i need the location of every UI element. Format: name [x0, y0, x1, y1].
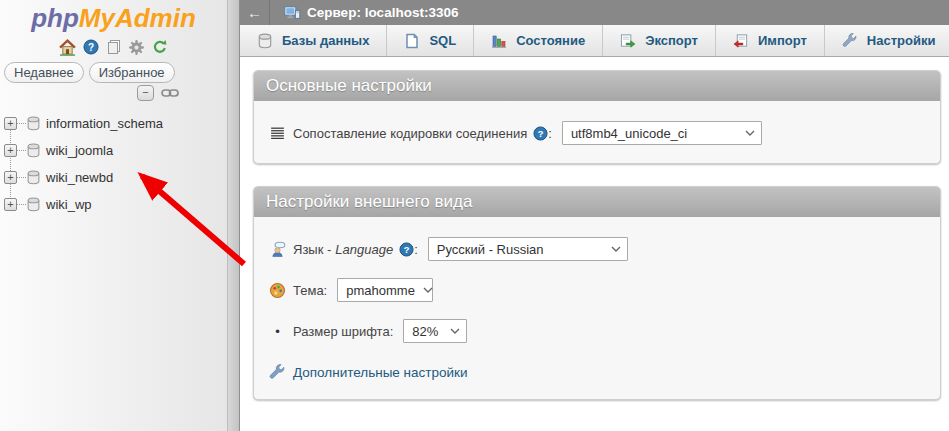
- chevron-down-icon: [423, 287, 433, 293]
- refresh-icon[interactable]: [151, 38, 169, 56]
- navigation-sidebar: phpMyAdmin ? Недавнее Избранное −: [0, 0, 227, 431]
- help-icon[interactable]: ?: [82, 38, 100, 56]
- database-icon: [26, 116, 41, 131]
- tab-export[interactable]: Экспорт: [603, 25, 716, 56]
- settings-content: Основные настройки Сопоставление кодиров…: [240, 57, 949, 422]
- tab-label: Экспорт: [645, 33, 698, 48]
- expand-icon[interactable]: +: [4, 198, 17, 211]
- font-size-row: • Размер шрифта: 82%: [269, 319, 925, 343]
- font-size-selected-value: 82%: [412, 324, 438, 339]
- chevron-down-icon: [450, 328, 460, 334]
- tab-label: Базы данных: [282, 33, 369, 48]
- favorite-tables-button[interactable]: Избранное: [89, 62, 175, 83]
- colon: :: [390, 324, 394, 339]
- collapse-all-button[interactable]: −: [137, 85, 154, 101]
- font-size-label: Размер шрифта: [293, 324, 390, 339]
- font-size-select[interactable]: 82%: [403, 319, 467, 343]
- back-arrow-button[interactable]: ←: [240, 0, 270, 25]
- tree-item-wiki-newbd: + wiki_newbd: [0, 164, 227, 191]
- export-icon: [620, 33, 636, 49]
- main-panel: ← Сервер: localhost:3306 Базы данных SQL…: [240, 0, 949, 431]
- phpmyadmin-logo[interactable]: phpMyAdmin: [0, 3, 227, 34]
- server-breadcrumb-bar: ← Сервер: localhost:3306: [240, 0, 949, 25]
- database-icon: [26, 143, 41, 158]
- database-link[interactable]: information_schema: [46, 116, 163, 131]
- tab-settings[interactable]: Настройки: [825, 25, 949, 56]
- database-link[interactable]: wiki_joomla: [46, 143, 113, 158]
- tree-item-wiki-joomla: + wiki_joomla: [0, 137, 227, 164]
- server-icon: [284, 6, 301, 20]
- theme-row: Тема: pmahomme: [269, 278, 925, 302]
- panel-legend: Основные настройки: [254, 71, 940, 101]
- language-label: Язык -: [293, 242, 331, 257]
- expand-icon[interactable]: +: [4, 171, 17, 184]
- chevron-down-icon: [745, 130, 755, 136]
- svg-text:?: ?: [87, 42, 93, 53]
- server-title-text: Сервер: localhost:3306: [307, 5, 458, 20]
- sidebar-toolbar: ?: [0, 37, 227, 57]
- sidebar-resize-handle[interactable]: [227, 0, 240, 431]
- tree-branch-line: [17, 150, 26, 151]
- recent-tables-button[interactable]: Недавнее: [4, 62, 84, 83]
- svg-text:?: ?: [404, 244, 410, 254]
- language-selected-value: Русский - Russian: [437, 242, 544, 257]
- tab-databases[interactable]: Базы данных: [240, 25, 387, 56]
- database-icon: [257, 33, 273, 49]
- logo-php: php: [31, 3, 79, 33]
- more-settings-link[interactable]: Дополнительные настройки: [293, 365, 468, 380]
- database-link[interactable]: wiki_newbd: [46, 170, 113, 185]
- database-tree: + information_schema + wiki_joomla + wik…: [0, 110, 227, 218]
- tab-label: Импорт: [758, 33, 807, 48]
- colon: :: [414, 242, 418, 257]
- help-icon[interactable]: ?: [399, 242, 414, 257]
- database-icon: [26, 170, 41, 185]
- sql-file-icon: [404, 33, 420, 49]
- quick-access-buttons: Недавнее Избранное: [4, 62, 227, 83]
- database-link[interactable]: wiki_wp: [46, 197, 92, 212]
- import-icon: [733, 33, 749, 49]
- general-settings-panel: Основные настройки Сопоставление кодиров…: [253, 70, 941, 164]
- bullet: •: [269, 324, 286, 339]
- colon: :: [548, 126, 552, 141]
- colon: :: [324, 283, 328, 298]
- tab-status[interactable]: Состояние: [474, 25, 603, 56]
- theme-selected-value: pmahomme: [346, 283, 415, 298]
- help-icon[interactable]: ?: [533, 126, 548, 141]
- tab-label: SQL: [429, 33, 456, 48]
- collation-select[interactable]: utf8mb4_unicode_ci: [562, 121, 762, 145]
- tab-label: Настройки: [867, 33, 936, 48]
- database-icon: [26, 197, 41, 212]
- expand-icon[interactable]: +: [4, 144, 17, 157]
- theme-palette-icon: [269, 282, 286, 299]
- language-row: Язык - Language ? : Русский - Russian: [269, 237, 925, 261]
- server-tab-bar: Базы данных SQL Состояние Экспорт Импорт…: [240, 25, 949, 57]
- expand-icon[interactable]: +: [4, 117, 17, 130]
- collation-icon: [269, 125, 286, 142]
- tree-branch-line: [17, 123, 26, 124]
- tree-item-information-schema: + information_schema: [0, 110, 227, 137]
- tab-sql[interactable]: SQL: [387, 25, 474, 56]
- documentation-icon[interactable]: [105, 38, 123, 56]
- home-icon[interactable]: [59, 38, 77, 56]
- svg-text:?: ?: [538, 128, 544, 138]
- tab-import[interactable]: Импорт: [716, 25, 825, 56]
- panel-body: Сопоставление кодировки соединения ? : u…: [254, 101, 940, 163]
- language-label-latin: Language: [335, 242, 393, 257]
- tab-label: Состояние: [516, 33, 585, 48]
- panel-legend: Настройки внешнего вида: [254, 187, 940, 217]
- tree-item-wiki-wp: + wiki_wp: [0, 191, 227, 218]
- collation-selected-value: utf8mb4_unicode_ci: [571, 126, 687, 141]
- theme-label: Тема: [293, 283, 324, 298]
- more-settings-row: Дополнительные настройки: [269, 364, 925, 381]
- panel-body: Язык - Language ? : Русский - Russian: [254, 217, 940, 399]
- tree-branch-line: [17, 177, 26, 178]
- theme-select[interactable]: pmahomme: [337, 278, 433, 302]
- status-chart-icon: [491, 33, 507, 49]
- tree-controls: −: [0, 84, 227, 102]
- language-select[interactable]: Русский - Russian: [428, 237, 628, 261]
- logo-myadmin: MyAdmin: [79, 3, 196, 33]
- settings-gear-icon[interactable]: [128, 38, 146, 56]
- language-icon: [269, 241, 286, 258]
- link-with-main-panel-icon[interactable]: [161, 87, 179, 99]
- phpmyadmin-window: phpMyAdmin ? Недавнее Избранное −: [0, 0, 949, 431]
